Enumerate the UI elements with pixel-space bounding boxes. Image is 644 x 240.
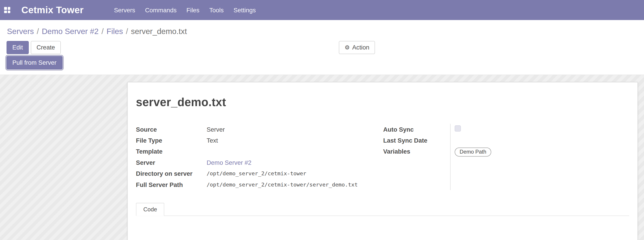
apps-menu-icon[interactable] [4, 7, 10, 13]
field-label: File Type [136, 135, 207, 146]
variable-tag: Demo Path [454, 147, 491, 156]
button-row: Edit Create ⚙ Action [0, 36, 644, 54]
field-label: Source [136, 124, 207, 135]
app-title: Cetmix Tower [21, 4, 84, 15]
breadcrumb-current: server_demo.txt [131, 27, 187, 36]
action-button-label: Action [352, 43, 369, 52]
control-panel: Servers/Demo Server #2/Files/server_demo… [0, 20, 644, 75]
field-file-type: File Type Text [136, 135, 383, 146]
field-label: Server [136, 157, 207, 168]
server-link[interactable]: Demo Server #2 [207, 157, 252, 168]
right-labels-column: Auto Sync Last Sync Date Variables [383, 124, 450, 190]
field-source: Source Server [136, 124, 383, 135]
field-directory-on-server: Directory on server /opt/demo_server_2/c… [136, 168, 383, 179]
record-title: server_demo.txt [136, 96, 629, 109]
field-server: Server Demo Server #2 [136, 157, 383, 168]
create-button[interactable]: Create [31, 41, 61, 54]
app-window: Cetmix Tower Servers Commands Files Tool… [0, 0, 644, 240]
field-value: Server [207, 124, 225, 135]
breadcrumb-separator: / [98, 27, 106, 36]
field-last-sync-date-value [454, 135, 629, 146]
notebook-tabs: Code [136, 203, 629, 216]
code-tab-content [136, 216, 629, 240]
breadcrumb-demo-server[interactable]: Demo Server #2 [42, 27, 98, 36]
field-full-server-path: Full Server Path /opt/demo_server_2/cetm… [136, 179, 383, 190]
breadcrumb-separator: / [123, 27, 131, 36]
right-values-column: Demo Path [450, 124, 629, 190]
apps-icon-square [4, 7, 7, 10]
field-label: Directory on server [136, 168, 207, 179]
field-template: Template [136, 146, 383, 157]
menu-servers[interactable]: Servers [109, 0, 140, 20]
field-label: Variables [383, 146, 450, 157]
field-variables-value: Demo Path [454, 146, 629, 157]
breadcrumb-separator: / [34, 27, 42, 36]
field-label: Auto Sync [383, 124, 450, 135]
edit-button[interactable]: Edit [6, 41, 29, 54]
field-value: Text [207, 135, 218, 146]
auto-sync-checkbox[interactable] [454, 125, 461, 131]
menu-commands[interactable]: Commands [140, 0, 182, 20]
field-value: /opt/demo_server_2/cetmix-tower [207, 168, 306, 179]
field-groups: Source Server File Type Text Template Se… [136, 124, 629, 190]
breadcrumb-servers[interactable]: Servers [7, 27, 34, 36]
pull-from-server-button[interactable]: Pull from Server [6, 56, 62, 69]
apps-icon-square [4, 10, 7, 13]
menu-files[interactable]: Files [182, 0, 204, 20]
action-button[interactable]: ⚙ Action [339, 41, 375, 54]
form-sheet: server_demo.txt Source Server File Type … [127, 82, 638, 240]
left-field-group: Source Server File Type Text Template Se… [136, 124, 383, 190]
tab-code[interactable]: Code [136, 203, 164, 216]
header-buttons-bar: Pull from Server [0, 54, 644, 75]
field-label: Full Server Path [136, 179, 207, 190]
menu-tools[interactable]: Tools [204, 0, 229, 20]
field-label: Last Sync Date [383, 135, 450, 146]
breadcrumb-files[interactable]: Files [106, 27, 123, 36]
field-auto-sync-value [454, 124, 629, 135]
right-field-group: Auto Sync Last Sync Date Variables Demo … [383, 124, 629, 190]
gear-icon: ⚙ [345, 45, 350, 51]
apps-icon-square [8, 7, 10, 10]
apps-icon-square [8, 10, 10, 13]
field-label: Template [136, 146, 207, 157]
breadcrumb: Servers/Demo Server #2/Files/server_demo… [0, 20, 644, 36]
field-value: /opt/demo_server_2/cetmix-tower/server_d… [207, 179, 358, 190]
form-view-background: server_demo.txt Source Server File Type … [0, 75, 644, 240]
menu-settings[interactable]: Settings [229, 0, 261, 20]
top-navbar: Cetmix Tower Servers Commands Files Tool… [0, 0, 644, 20]
main-menu: Servers Commands Files Tools Settings [109, 0, 261, 20]
